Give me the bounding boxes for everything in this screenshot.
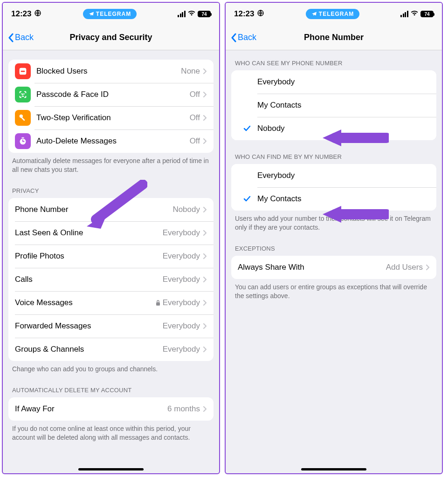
row-phone-number[interactable]: Phone Number Nobody bbox=[8, 198, 214, 221]
row-two-step[interactable]: Two-Step Verification Off bbox=[8, 106, 214, 129]
battery-icon: 74 bbox=[198, 11, 211, 17]
exceptions-header: EXCEPTIONS bbox=[226, 245, 442, 256]
chevron-right-icon bbox=[203, 300, 207, 306]
row-value: Off bbox=[190, 136, 200, 146]
option-nobody[interactable]: Nobody bbox=[231, 117, 436, 140]
app-pill: TELEGRAM bbox=[306, 9, 359, 19]
row-label: Blocked Users bbox=[36, 67, 181, 76]
phone-left: 12:23 TELEGRAM 74 Back Privacy and Secur… bbox=[2, 2, 220, 474]
row-label: Passcode & Face ID bbox=[36, 90, 190, 99]
option-everybody[interactable]: Everybody bbox=[231, 164, 436, 187]
row-value: Nobody bbox=[172, 205, 200, 214]
find-header: WHO CAN FIND ME BY MY NUMBER bbox=[226, 153, 442, 164]
option-label: Nobody bbox=[257, 124, 285, 133]
row-groups-channels[interactable]: Groups & Channels Everybody bbox=[8, 338, 214, 361]
nav-bar: Back Phone Number bbox=[226, 25, 442, 50]
row-auto-delete[interactable]: Auto-Delete Messages Off bbox=[8, 129, 214, 153]
battery-icon: 74 bbox=[420, 11, 434, 17]
back-button[interactable]: Back bbox=[7, 33, 34, 42]
row-value: 6 months bbox=[167, 404, 200, 414]
see-header: WHO CAN SEE MY PHONE NUMBER bbox=[226, 60, 442, 70]
lock-icon bbox=[155, 300, 161, 306]
row-blocked-users[interactable]: Blocked Users None bbox=[8, 60, 214, 83]
chevron-right-icon bbox=[203, 115, 207, 121]
home-indicator bbox=[78, 468, 144, 470]
row-profile-photos[interactable]: Profile Photos Everybody bbox=[8, 245, 214, 268]
svg-rect-6 bbox=[21, 137, 24, 138]
row-label: Last Seen & Online bbox=[15, 228, 163, 238]
option-label: My Contacts bbox=[257, 194, 301, 204]
row-last-seen[interactable]: Last Seen & Online Everybody bbox=[8, 221, 214, 245]
wifi-icon bbox=[410, 9, 419, 19]
row-voice-messages[interactable]: Voice Messages Everybody bbox=[8, 291, 214, 314]
globe-icon bbox=[257, 9, 264, 19]
row-value: Everybody bbox=[163, 228, 200, 238]
svg-rect-4 bbox=[21, 117, 25, 121]
signal-icon bbox=[400, 11, 408, 17]
svg-rect-7 bbox=[156, 302, 160, 306]
app-pill: TELEGRAM bbox=[83, 9, 137, 19]
exceptions-footer: You can add users or entire groups as ex… bbox=[226, 279, 442, 300]
row-label: Forwarded Messages bbox=[15, 321, 163, 331]
chevron-right-icon bbox=[203, 230, 207, 236]
find-footer: Users who add your number to their conta… bbox=[226, 211, 442, 232]
option-label: Everybody bbox=[257, 77, 295, 87]
status-time: 12:23 bbox=[234, 9, 254, 19]
key-icon bbox=[15, 110, 31, 126]
chevron-right-icon bbox=[203, 253, 207, 259]
home-indicator bbox=[301, 468, 366, 470]
app-pill-label: TELEGRAM bbox=[319, 11, 354, 17]
privacy-footer: Change who can add you to groups and cha… bbox=[3, 361, 219, 374]
row-label: Calls bbox=[15, 275, 163, 284]
status-bar: 12:23 TELEGRAM 74 bbox=[226, 3, 442, 25]
row-value: None bbox=[181, 67, 200, 76]
back-label: Back bbox=[15, 33, 34, 42]
chevron-right-icon bbox=[203, 406, 207, 412]
row-label: Two-Step Verification bbox=[36, 113, 190, 123]
chevron-right-icon bbox=[203, 276, 207, 283]
chevron-right-icon bbox=[203, 91, 207, 98]
row-value: Everybody bbox=[163, 345, 200, 354]
row-label: Always Share With bbox=[238, 263, 386, 272]
row-if-away-for[interactable]: If Away For 6 months bbox=[8, 397, 214, 421]
row-passcode[interactable]: Passcode & Face ID Off bbox=[8, 83, 214, 106]
timer-icon bbox=[15, 133, 31, 149]
option-everybody[interactable]: Everybody bbox=[231, 70, 436, 94]
row-value: Everybody bbox=[163, 298, 200, 307]
status-bar: 12:23 TELEGRAM 74 bbox=[3, 3, 219, 25]
svg-point-3 bbox=[20, 115, 23, 118]
row-value: Off bbox=[190, 113, 200, 123]
option-my-contacts[interactable]: My Contacts bbox=[231, 94, 436, 117]
security-footer: Automatically delete messages for everyo… bbox=[3, 153, 219, 174]
chevron-right-icon bbox=[203, 68, 207, 75]
row-label: If Away For bbox=[15, 404, 167, 414]
status-time: 12:23 bbox=[11, 9, 31, 19]
row-value: Everybody bbox=[163, 321, 200, 331]
page-title: Phone Number bbox=[226, 33, 442, 42]
row-value: Everybody bbox=[163, 252, 200, 261]
faceid-icon bbox=[15, 87, 31, 102]
row-calls[interactable]: Calls Everybody bbox=[8, 268, 214, 291]
back-button[interactable]: Back bbox=[230, 33, 256, 42]
auto-delete-header: AUTOMATICALLY DELETE MY ACCOUNT bbox=[3, 387, 219, 397]
option-label: My Contacts bbox=[257, 101, 301, 110]
chevron-right-icon bbox=[203, 346, 207, 353]
auto-delete-footer: If you do not come online at least once … bbox=[3, 421, 219, 442]
chevron-right-icon bbox=[426, 264, 430, 271]
chevron-right-icon bbox=[203, 138, 207, 144]
check-icon bbox=[241, 125, 254, 132]
option-my-contacts[interactable]: My Contacts bbox=[231, 187, 436, 211]
row-forwarded[interactable]: Forwarded Messages Everybody bbox=[8, 314, 214, 338]
chevron-right-icon bbox=[203, 323, 207, 329]
row-value: Off bbox=[190, 90, 200, 99]
chevron-right-icon bbox=[203, 206, 207, 213]
back-label: Back bbox=[238, 33, 256, 42]
globe-icon bbox=[34, 9, 41, 19]
blocked-icon bbox=[15, 63, 31, 79]
check-icon bbox=[241, 195, 254, 203]
signal-icon bbox=[178, 11, 186, 17]
option-label: Everybody bbox=[257, 171, 295, 180]
privacy-header: PRIVACY bbox=[3, 187, 219, 198]
row-label: Profile Photos bbox=[15, 252, 163, 261]
row-always-share[interactable]: Always Share With Add Users bbox=[231, 256, 436, 279]
